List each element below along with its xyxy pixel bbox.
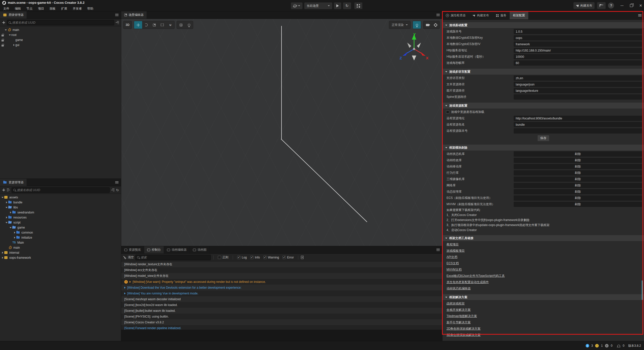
scene-editor-tab[interactable]: 场景编辑器 xyxy=(121,11,147,19)
doc-link[interactable]: Excel格式转Json文件与TypeScript代码工具 xyxy=(447,274,505,278)
tree-row[interactable]: gui xyxy=(0,42,121,48)
tree-row[interactable]: game xyxy=(0,225,121,230)
assets-filter-icon[interactable] xyxy=(111,189,114,191)
tree-row[interactable]: game xyxy=(0,37,121,42)
filter-info[interactable]: Info xyxy=(250,256,260,259)
tree-row[interactable]: TSMain xyxy=(0,240,121,245)
console-search-input[interactable] xyxy=(141,256,209,259)
open-project-folder-button[interactable] xyxy=(597,2,606,9)
tree-row[interactable]: root xyxy=(0,32,121,37)
section-header[interactable]: 游戏资源配置 xyxy=(442,102,644,109)
field-input[interactable]: 1.0.5 xyxy=(514,29,642,34)
field-input[interactable]: http://localhost:8083/assets/bundle xyxy=(514,116,642,121)
reload-button[interactable]: ↻ xyxy=(343,2,351,9)
rotate-tool-button[interactable] xyxy=(142,21,150,29)
tree-row[interactable]: internal xyxy=(0,250,121,255)
menu-item[interactable]: 开发者 xyxy=(70,6,85,12)
checkbox-error[interactable] xyxy=(283,256,286,259)
inspector-tab-框架配置[interactable]: 框架配置 xyxy=(510,11,528,19)
lighting-toggle-button[interactable] xyxy=(413,21,421,29)
assets-searchbox[interactable] xyxy=(12,187,110,193)
remote-load-checkbox[interactable] xyxy=(446,110,449,114)
remove-button[interactable]: 剔除 xyxy=(514,202,642,207)
tree-row[interactable]: seedrandom xyxy=(0,210,121,215)
doc-link[interactable]: 3D角色扮演游戏解决方案 xyxy=(447,333,480,337)
hierarchy-tab[interactable]: 层级管理器 xyxy=(0,11,27,19)
gizmo-pivot-button[interactable] xyxy=(177,21,185,29)
tree-row[interactable]: oops-framework xyxy=(0,255,121,260)
play-button[interactable] xyxy=(334,2,341,9)
move-tool-button[interactable] xyxy=(134,21,142,29)
console-row[interactable]: ![Window] [Vue warn]: Property "onInput"… xyxy=(121,279,442,285)
console-row[interactable]: [Window] Download the Vue Devtools exten… xyxy=(121,285,442,290)
chevron-right-icon[interactable] xyxy=(13,232,16,234)
close-button[interactable]: × xyxy=(639,3,642,8)
menu-item[interactable]: 文件 xyxy=(1,6,12,12)
scene-settings-button[interactable] xyxy=(431,21,439,29)
tree-row[interactable]: main xyxy=(0,27,121,32)
tree-row[interactable]: main xyxy=(0,245,121,250)
section-header[interactable]: 框架解决方案 xyxy=(442,294,644,300)
menu-item[interactable]: 项目 xyxy=(35,6,47,12)
log-file-icon[interactable] xyxy=(301,256,304,259)
chevron-down-icon[interactable] xyxy=(5,207,8,208)
minimize-button[interactable]: — xyxy=(620,4,623,7)
checkbox-warning[interactable] xyxy=(263,256,267,259)
info-count-icon[interactable]: i xyxy=(586,344,589,347)
tree-row[interactable]: script xyxy=(0,220,121,225)
assets-search-input[interactable] xyxy=(17,188,108,192)
section-header[interactable]: 框架模块剔除 xyxy=(442,144,644,151)
doc-link[interactable]: Tiledmap地图解决方案 xyxy=(447,314,477,318)
doc-link[interactable]: API文档 xyxy=(447,255,457,259)
filter-log[interactable]: Log xyxy=(237,256,247,259)
filter-error[interactable]: Error xyxy=(283,256,294,259)
remove-button[interactable]: 剔除 xyxy=(514,164,642,169)
save-button[interactable]: 保存 xyxy=(537,135,549,141)
remove-button[interactable]: 剔除 xyxy=(514,189,642,194)
filter-warning[interactable]: Warning xyxy=(263,256,279,259)
checkbox-log[interactable] xyxy=(237,256,240,259)
hierarchy-filter-icon[interactable] xyxy=(116,21,119,24)
camera-settings-button[interactable] xyxy=(423,21,431,29)
doc-link[interactable]: ECS文档 xyxy=(447,261,459,266)
inspector-tab-构建发布[interactable]: 构建发布 xyxy=(469,11,492,19)
help-button[interactable]: ? xyxy=(608,3,614,9)
remove-button[interactable]: 剔除 xyxy=(514,170,642,176)
section-header[interactable]: 游戏基础配置 xyxy=(442,22,644,28)
menu-item[interactable]: 面板 xyxy=(47,6,58,12)
clear-console-button[interactable]: 清空 xyxy=(123,255,134,259)
inspector-tab-属性检查器[interactable]: 属性检查器 xyxy=(442,11,469,19)
chevron-down-icon[interactable] xyxy=(4,29,7,31)
gizmo-space-button[interactable] xyxy=(185,21,193,29)
console-searchbox[interactable] xyxy=(135,255,211,260)
console-row[interactable]: [Scene] meshopt wasm decoder initialized xyxy=(121,296,442,302)
field-input[interactable]: framework xyxy=(514,41,642,47)
menu-item[interactable]: 扩展 xyxy=(58,6,70,12)
remove-button[interactable]: 剔除 xyxy=(514,151,642,157)
inspector-tab-服务[interactable]: 服务 xyxy=(492,11,510,19)
field-input[interactable]: oops xyxy=(514,35,642,40)
chevron-right-icon[interactable] xyxy=(5,216,8,218)
doc-link[interactable]: 战棋游戏框架 xyxy=(447,301,465,306)
create-node-button[interactable] xyxy=(2,21,5,24)
menu-item[interactable]: 节点 xyxy=(24,6,35,12)
checkbox-info[interactable] xyxy=(250,256,254,259)
console-row[interactable]: [Scene] [box2d]:box2d wasm lib loaded. xyxy=(121,302,442,308)
console-row[interactable]: [Scene] Cocos Creator v3.8.2 xyxy=(121,319,442,325)
menu-item[interactable]: 帮助 xyxy=(85,6,96,12)
console-tab-动画编辑器[interactable]: 动画编辑器 xyxy=(164,246,190,253)
field-input[interactable]: 10000 xyxy=(514,54,642,59)
doc-link[interactable]: 动画状态机编辑器 xyxy=(447,286,471,291)
field-input[interactable]: http://192.168.0.150/main/ xyxy=(514,48,642,53)
doc-link[interactable]: MVVM文档 xyxy=(447,268,462,272)
regex-checkbox[interactable]: 正则 xyxy=(218,255,228,259)
tree-row[interactable]: initialize xyxy=(0,235,121,240)
scrollbar-thumb[interactable] xyxy=(642,280,643,300)
scale-tool-button[interactable] xyxy=(150,21,158,29)
regex-checkbox-box[interactable] xyxy=(218,256,221,259)
scene-menu-icon[interactable] xyxy=(436,14,440,16)
warning-count-icon[interactable]: ! xyxy=(595,344,599,347)
render-mode-dropdown[interactable]: 正常渲染 xyxy=(389,21,410,29)
console-row[interactable]: [Window] model_view文件夹存在 xyxy=(121,273,442,279)
hierarchy-searchbox[interactable] xyxy=(7,20,114,25)
